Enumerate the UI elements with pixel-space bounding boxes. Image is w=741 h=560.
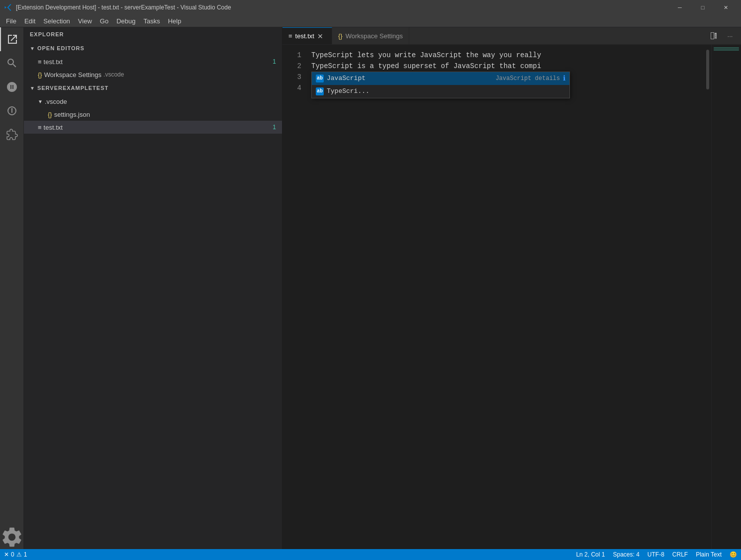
text-file-icon: ≡	[38, 58, 42, 66]
test-txt-label: test.txt	[44, 124, 63, 131]
autocomplete-item-javascript[interactable]: ab JavaScript JavaScript details ℹ	[312, 72, 569, 85]
project-section: ▼ ServerExampleTest ▼ .vscode {} setting…	[24, 81, 282, 134]
minimize-button[interactable]: ─	[668, 0, 691, 15]
tab-actions: ···	[703, 27, 741, 44]
code-line-2-text: TypeScript is a typed superset of JavaSc…	[311, 61, 541, 72]
line-num-1: 1	[282, 50, 301, 61]
close-button[interactable]: ✕	[714, 0, 737, 15]
error-icon: ✕	[4, 551, 9, 558]
autocomplete-javascript-icon: ab	[316, 75, 324, 82]
project-header[interactable]: ▼ ServerExampleTest	[24, 81, 282, 95]
activity-bar	[0, 27, 24, 549]
autocomplete-item-typescript[interactable]: ab TypeScri...	[312, 85, 569, 98]
activity-explorer[interactable]	[0, 27, 24, 51]
tab-test-txt-icon: ≡	[288, 32, 292, 40]
test-txt-file[interactable]: ≡ test.txt 1	[24, 121, 282, 134]
status-right: Ln 2, Col 1 Spaces: 4 UTF-8 CRLF Plain T…	[572, 549, 741, 560]
open-editors-label: Open Editors	[37, 45, 85, 51]
open-editors-section: ▼ Open Editors ≡ test.txt 1 {} Workspace…	[24, 41, 282, 81]
activity-debug[interactable]	[0, 99, 24, 123]
line-num-4: 4	[282, 82, 301, 93]
menu-selection[interactable]: Selection	[39, 15, 74, 27]
status-line-ending[interactable]: CRLF	[668, 549, 692, 560]
menu-tasks[interactable]: Tasks	[139, 15, 164, 27]
open-editor-workspace-settings-label: Workspace Settings	[44, 71, 101, 79]
test-txt-icon: ≡	[38, 124, 42, 131]
sidebar: Explorer ▼ Open Editors ≡ test.txt 1 {} …	[24, 27, 282, 549]
more-actions-icon: ···	[728, 32, 733, 40]
svg-point-2	[11, 108, 12, 110]
menu-go[interactable]: Go	[96, 15, 112, 27]
settings-json[interactable]: {} settings.json	[24, 108, 282, 121]
tab-test-txt[interactable]: ≡ test.txt ✕	[282, 27, 332, 44]
error-count: 0	[11, 551, 14, 558]
window-controls: ─ □ ✕	[668, 0, 737, 15]
line-num-3: 3	[282, 72, 301, 82]
warning-icon: ⚠	[16, 551, 22, 558]
autocomplete-info-icon[interactable]: ℹ	[563, 73, 565, 84]
tab-bar: ≡ test.txt ✕ {} Workspace Settings ···	[282, 27, 741, 45]
status-spaces[interactable]: Spaces: 4	[609, 549, 643, 560]
code-editor[interactable]: TypeScript lets you write JavaScript the…	[307, 45, 704, 549]
code-line-1-text: TypeScript lets you write JavaScript the…	[311, 50, 541, 61]
settings-json-label: settings.json	[54, 111, 90, 118]
vscode-folder-chevron: ▼	[38, 99, 43, 104]
settings-json-icon: {}	[48, 111, 52, 118]
main-area: Explorer ▼ Open Editors ≡ test.txt 1 {} …	[0, 27, 741, 549]
status-feedback[interactable]: 😊	[726, 549, 741, 560]
open-editor-test-txt-label: test.txt	[44, 58, 63, 66]
autocomplete-javascript-label: JavaScript	[327, 73, 492, 84]
status-ln-col[interactable]: Ln 2, Col 1	[572, 549, 609, 560]
workspace-settings-suffix: .vscode	[103, 71, 124, 78]
open-editor-test-txt-badge: 1	[273, 58, 276, 65]
menu-edit[interactable]: Edit	[20, 15, 39, 27]
autocomplete-typescript-icon: ab	[316, 87, 324, 95]
more-actions-button[interactable]: ···	[723, 29, 737, 43]
menu-debug[interactable]: Debug	[112, 15, 139, 27]
code-line-3: JavaScript ab JavaScript JavaScript deta…	[311, 72, 704, 82]
menu-bar: File Edit Selection View Go Debug Tasks …	[0, 15, 741, 27]
json-file-icon: {}	[38, 71, 42, 79]
menu-file[interactable]: File	[2, 15, 20, 27]
open-editors-tree: ≡ test.txt 1 {} Workspace Settings .vsco…	[24, 55, 282, 81]
tab-workspace-settings-icon: {}	[338, 32, 343, 40]
minimap	[711, 45, 741, 549]
minimap-content	[712, 45, 741, 53]
autocomplete-typescript-label: TypeScri...	[327, 86, 562, 97]
status-encoding[interactable]: UTF-8	[644, 549, 668, 560]
menu-view[interactable]: View	[74, 15, 96, 27]
editor-content: 1 2 3 4 TypeScript lets you write JavaSc…	[282, 45, 741, 549]
test-txt-badge: 1	[273, 124, 276, 131]
window-title: [Extension Development Host] - test.txt …	[16, 4, 664, 11]
tab-test-txt-close[interactable]: ✕	[317, 32, 323, 40]
vertical-scrollbar[interactable]	[704, 45, 711, 549]
vscode-folder[interactable]: ▼ .vscode	[24, 95, 282, 108]
open-editors-header[interactable]: ▼ Open Editors	[24, 41, 282, 55]
status-bar: ✕ 0 ⚠ 1 Ln 2, Col 1 Spaces: 4 UTF-8 CRLF…	[0, 549, 741, 560]
status-errors[interactable]: ✕ 0 ⚠ 1	[0, 549, 31, 560]
vscode-folder-label: .vscode	[45, 98, 67, 105]
open-editors-chevron: ▼	[30, 46, 35, 51]
title-bar: [Extension Development Host] - test.txt …	[0, 0, 741, 15]
activity-extensions[interactable]	[0, 123, 24, 147]
activity-search[interactable]	[0, 51, 24, 75]
editor-area: ≡ test.txt ✕ {} Workspace Settings ···	[282, 27, 741, 549]
project-chevron: ▼	[30, 85, 35, 91]
code-line-2: TypeScript is a typed superset of JavaSc…	[311, 61, 704, 72]
activity-git[interactable]	[0, 75, 24, 99]
activity-settings[interactable]	[0, 525, 24, 549]
menu-help[interactable]: Help	[164, 15, 185, 27]
tab-workspace-settings[interactable]: {} Workspace Settings	[332, 27, 409, 44]
project-label: ServerExampleTest	[37, 85, 108, 91]
status-language[interactable]: Plain Text	[692, 549, 726, 560]
project-tree: ▼ .vscode {} settings.json ≡ test.txt 1	[24, 95, 282, 134]
split-editor-button[interactable]	[707, 29, 721, 43]
autocomplete-dropdown[interactable]: ab JavaScript JavaScript details ℹ ab Ty…	[311, 72, 570, 98]
maximize-button[interactable]: □	[691, 0, 714, 15]
tab-test-txt-label: test.txt	[295, 32, 314, 40]
warning-count: 1	[24, 551, 27, 558]
open-editor-workspace-settings[interactable]: {} Workspace Settings .vscode	[24, 68, 282, 81]
line-numbers: 1 2 3 4	[282, 45, 307, 549]
scrollbar-thumb[interactable]	[706, 50, 709, 89]
open-editor-test-txt[interactable]: ≡ test.txt 1	[24, 55, 282, 68]
